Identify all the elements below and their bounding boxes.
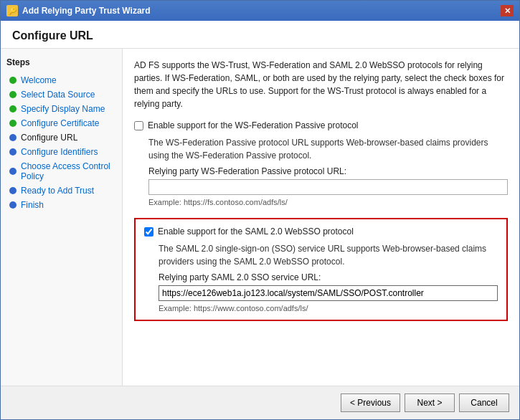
dot-welcome: [9, 77, 16, 84]
sidebar-label-identifiers: Configure Identifiers: [21, 147, 98, 157]
sidebar-item-choose-access[interactable]: Choose Access Control Policy: [6, 159, 116, 183]
sidebar-item-ready-to-add[interactable]: Ready to Add Trust: [6, 183, 116, 198]
saml-description: The SAML 2.0 single-sign-on (SSO) servic…: [159, 242, 498, 268]
main-body: Steps Welcome Select Data Source Specify…: [1, 49, 519, 386]
saml-checkbox-row: Enable support for the SAML 2.0 WebSSO p…: [144, 226, 498, 237]
page-title: Configure URL: [1, 21, 519, 49]
sidebar-label-access: Choose Access Control Policy: [21, 161, 113, 181]
sidebar-item-specify-display-name[interactable]: Specify Display Name: [6, 102, 116, 116]
sidebar-item-configure-url: Configure URL: [6, 130, 116, 145]
ws-federation-section: Enable support for the WS-Federation Pas…: [134, 120, 508, 206]
saml-url-label: Relying party SAML 2.0 SSO service URL:: [159, 272, 498, 282]
wizard-window: 🔑 Add Relying Party Trust Wizard ✕ Confi…: [0, 0, 520, 420]
dot-finish: [9, 201, 16, 209]
sidebar: Steps Welcome Select Data Source Specify…: [1, 49, 123, 386]
saml-example: Example: https://www.contoso.com/adfs/ls…: [159, 304, 498, 312]
main-description: AD FS supports the WS-Trust, WS-Federati…: [134, 59, 508, 110]
sidebar-label-configure-url: Configure URL: [21, 133, 77, 143]
footer: < Previous Next > Cancel: [1, 386, 519, 419]
sidebar-item-welcome[interactable]: Welcome: [6, 73, 116, 87]
saml-checkbox-label: Enable support for the SAML 2.0 WebSSO p…: [158, 226, 354, 237]
dot-select-data: [9, 91, 16, 98]
ws-federation-label: Enable support for the WS-Federation Pas…: [148, 120, 358, 130]
content-area: Configure URL Steps Welcome Select Data …: [1, 21, 519, 419]
saml-url-input[interactable]: [159, 285, 498, 301]
sidebar-heading: Steps: [6, 57, 116, 67]
sidebar-item-select-data-source[interactable]: Select Data Source: [6, 87, 116, 102]
sidebar-label-welcome: Welcome: [21, 75, 57, 85]
ws-federation-example: Example: https://fs.contoso.com/adfs/ls/: [148, 198, 508, 206]
ws-federation-checkbox-row: Enable support for the WS-Federation Pas…: [134, 120, 508, 130]
previous-button[interactable]: < Previous: [341, 393, 400, 412]
ws-federation-description: The WS-Federation Passive protocol URL s…: [148, 136, 508, 162]
ws-federation-checkbox[interactable]: [134, 121, 143, 130]
next-button[interactable]: Next >: [405, 393, 455, 412]
cancel-button[interactable]: Cancel: [459, 393, 509, 412]
sidebar-label-select-data: Select Data Source: [21, 90, 95, 100]
ws-federation-url-input[interactable]: [148, 179, 508, 195]
close-button[interactable]: ✕: [501, 5, 514, 16]
ws-federation-url-label: Relying party WS-Federation Passive prot…: [148, 166, 508, 176]
dot-identifiers: [9, 148, 16, 156]
sidebar-item-configure-identifiers[interactable]: Configure Identifiers: [6, 145, 116, 159]
saml-checkbox[interactable]: [144, 227, 153, 237]
title-bar: 🔑 Add Relying Party Trust Wizard ✕: [1, 1, 519, 21]
dot-ready: [9, 187, 16, 194]
sidebar-label-certificate: Configure Certificate: [21, 118, 99, 128]
dot-access: [9, 168, 16, 175]
sidebar-label-display-name: Specify Display Name: [21, 104, 105, 114]
sidebar-label-ready: Ready to Add Trust: [21, 186, 94, 196]
dot-configure-url: [9, 134, 16, 141]
sidebar-label-finish: Finish: [21, 200, 44, 210]
saml-section: Enable support for the SAML 2.0 WebSSO p…: [134, 218, 508, 321]
dot-display-name: [9, 105, 16, 113]
wizard-icon: 🔑: [6, 5, 18, 16]
sidebar-item-configure-certificate[interactable]: Configure Certificate: [6, 116, 116, 130]
dot-certificate: [9, 120, 16, 127]
window-title: Add Relying Party Trust Wizard: [22, 6, 151, 16]
right-panel: AD FS supports the WS-Trust, WS-Federati…: [123, 49, 519, 386]
sidebar-item-finish[interactable]: Finish: [6, 198, 116, 212]
title-bar-left: 🔑 Add Relying Party Trust Wizard: [6, 5, 151, 16]
